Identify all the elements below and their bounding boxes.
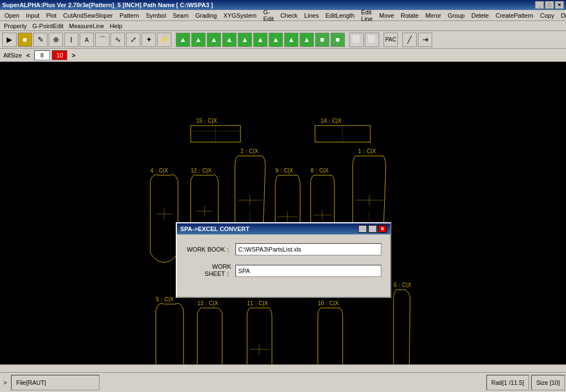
workbook-label: WORK BOOK： — [186, 245, 235, 254]
tool-btn-9[interactable]: ⤢ — [126, 33, 140, 47]
tool-btn-14[interactable]: ▲ — [207, 33, 221, 47]
menu-pattern[interactable]: Pattern — [116, 11, 142, 20]
menu-editline[interactable]: Edit Line — [358, 8, 376, 23]
svg-text:11：C|X: 11：C|X — [247, 300, 268, 306]
scroll-left-arrow[interactable]: > — [0, 377, 10, 388]
menu-cutandsewsloper[interactable]: CutAndSewSloper — [60, 11, 116, 20]
tool-btn-23[interactable]: ⬜ — [349, 33, 364, 47]
dialog-minimize[interactable]: _ — [358, 225, 367, 233]
tool-btn-16[interactable]: ▲ — [238, 33, 252, 47]
svg-text:9：C|X: 9：C|X — [275, 168, 293, 174]
svg-text:1：C|X: 1：C|X — [358, 148, 376, 154]
tool-btn-11[interactable]: ⚡ — [157, 33, 171, 47]
tool-btn-22[interactable]: ■ — [331, 33, 345, 47]
menu-check[interactable]: Check — [277, 11, 301, 20]
size-status: Size [10] — [531, 375, 565, 390]
dialog-body: WORK BOOK： WORK SHEET： — [177, 234, 390, 297]
canvas-area[interactable]: 15：C|X 14：C|X 4：C|X 12：C|X 2：C|X — [0, 62, 566, 368]
menu-gpointedit[interactable]: G-PointEdit — [30, 22, 66, 30]
tool-btn-27[interactable]: ⇥ — [418, 33, 432, 47]
svg-text:5：C|X: 5：C|X — [156, 296, 174, 302]
tool-btn-2[interactable]: ■ — [18, 33, 32, 47]
menu-gedit[interactable]: G-Edit — [260, 8, 277, 23]
tool-btn-20[interactable]: ▲ — [300, 33, 314, 47]
tool-btn-19[interactable]: ▲ — [284, 33, 298, 47]
close-button[interactable]: ✕ — [555, 1, 564, 9]
tool-btn-4[interactable]: ⊕ — [49, 33, 63, 47]
menu-help[interactable]: Help — [107, 22, 125, 30]
svg-text:4：C|X: 4：C|X — [150, 168, 168, 174]
menu-delete[interactable]: Delete — [468, 11, 492, 20]
minimize-button[interactable]: _ — [535, 1, 544, 9]
tool-btn-1[interactable]: ▶ — [2, 33, 17, 47]
menu-copy[interactable]: Copy — [537, 11, 558, 20]
ratio-status: Rati[1 /11.5] — [486, 375, 529, 390]
pattern-14cix: 14：C|X — [315, 118, 370, 142]
tool-btn-24[interactable]: ⬜ — [365, 33, 379, 47]
tool-btn-21[interactable]: ■ — [315, 33, 329, 47]
size-10[interactable]: 10 — [52, 50, 67, 60]
svg-text:13：C|X: 13：C|X — [197, 300, 218, 306]
restore-button[interactable]: □ — [545, 1, 554, 9]
tool-btn-8[interactable]: ∿ — [111, 33, 125, 47]
title-bar: SuperALPHA:Plus Ver 2.70r3e[Pattern]_5 [… — [0, 0, 566, 10]
allsize-label: AllSize — [3, 52, 22, 59]
svg-text:12：C|X: 12：C|X — [191, 168, 212, 174]
svg-text:8：C|X: 8：C|X — [311, 168, 328, 174]
menu-mirror[interactable]: Mirror — [422, 11, 444, 20]
tool-btn-12[interactable]: ▲ — [176, 33, 190, 47]
dialog-title-bar: SPA->EXCEL CONVERT _ □ ✕ — [177, 223, 390, 234]
tool-btn-5[interactable]: | — [64, 33, 78, 47]
menu-xygsystem[interactable]: XYGSystem — [220, 11, 260, 20]
menu-rotate[interactable]: Rotate — [397, 11, 422, 20]
spa-excel-dialog: SPA->EXCEL CONVERT _ □ ✕ WORK BOOK： WORK… — [176, 222, 391, 298]
toolbar: ▶ ■ ✎ ⊕ | A ⌒ ∿ ⤢ ✦ ⚡ ▲ ▲ ▲ ▲ ▲ ▲ ▲ ▲ ▲ … — [0, 31, 566, 49]
menu-move[interactable]: Move — [376, 11, 397, 20]
size-bar: AllSize < 8 10 > — [0, 49, 566, 62]
svg-text:10：C|X: 10：C|X — [318, 300, 339, 306]
tool-btn-18[interactable]: ▲ — [269, 33, 283, 47]
size-prev[interactable]: < — [24, 52, 32, 59]
pattern-11cjx: 11：C|X — [247, 300, 272, 368]
menu-grading[interactable]: Grading — [192, 11, 220, 20]
file-status: File[RAUT] — [11, 375, 99, 390]
workbook-row: WORK BOOK： — [186, 243, 381, 255]
pattern-15cix: 15：C|X — [191, 118, 240, 142]
tool-btn-25[interactable]: PAC — [384, 33, 398, 47]
svg-text:6：C|X: 6：C|X — [394, 282, 411, 288]
menu-lines[interactable]: Lines — [301, 11, 322, 20]
tool-btn-10[interactable]: ✦ — [142, 33, 156, 47]
pattern-canvas: 15：C|X 14：C|X 4：C|X 12：C|X 2：C|X — [0, 62, 566, 368]
tool-btn-3[interactable]: ✎ — [33, 33, 48, 47]
menu-bar2: Property G-PointEdit MeasureLine Help — [0, 21, 566, 31]
workbook-input[interactable] — [235, 243, 381, 255]
menu-display[interactable]: Display — [558, 11, 566, 20]
dialog-restore[interactable]: □ — [368, 225, 377, 233]
menu-createpattern[interactable]: CreatePattern — [492, 11, 536, 20]
svg-text:2：C|X: 2：C|X — [240, 148, 258, 154]
pattern-4cix: 4：C|X — [150, 168, 178, 263]
menu-seam[interactable]: Seam — [169, 11, 192, 20]
menu-editlength[interactable]: EditLength — [322, 11, 358, 20]
menu-plot[interactable]: Plot — [43, 11, 60, 20]
menu-symbol[interactable]: Symbol — [143, 11, 170, 20]
menu-group[interactable]: Group — [444, 11, 468, 20]
worksheet-input[interactable] — [235, 265, 381, 277]
size-next[interactable]: > — [70, 52, 77, 59]
tool-btn-15[interactable]: ▲ — [222, 33, 237, 47]
tool-btn-17[interactable]: ▲ — [253, 33, 268, 47]
tool-btn-13[interactable]: ▲ — [191, 33, 206, 47]
svg-text:14：C|X: 14：C|X — [321, 118, 342, 124]
worksheet-row: WORK SHEET： — [186, 263, 381, 278]
menu-input[interactable]: Input — [23, 11, 43, 20]
tool-btn-26[interactable]: ╱ — [402, 33, 417, 47]
menu-open[interactable]: Open — [1, 11, 23, 20]
dialog-close[interactable]: ✕ — [378, 225, 387, 233]
tool-btn-7[interactable]: ⌒ — [95, 33, 109, 47]
size-8[interactable]: 8 — [34, 50, 50, 60]
tool-btn-6[interactable]: A — [80, 33, 94, 47]
menu-measureline[interactable]: MeasureLine — [66, 22, 107, 30]
pattern-6cix: 6：C|X — [394, 282, 411, 368]
menu-property[interactable]: Property — [1, 22, 30, 30]
pattern-5cix: 5：C|X — [156, 296, 184, 368]
